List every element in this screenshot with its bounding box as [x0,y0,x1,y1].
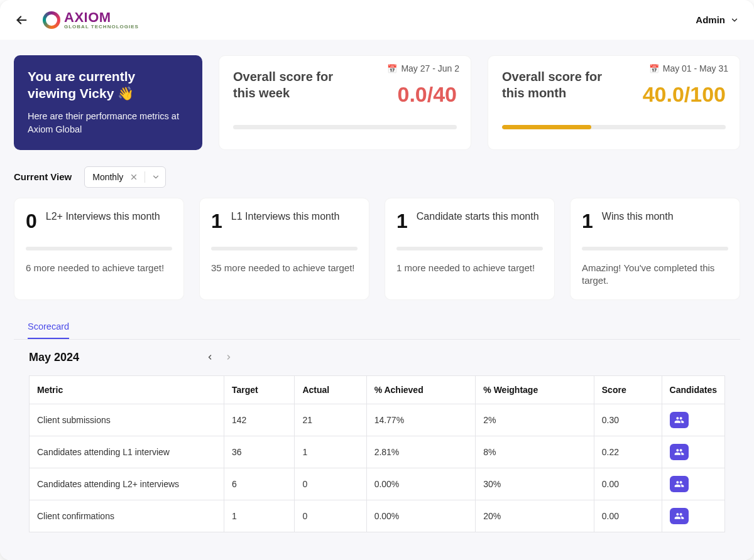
prev-month-button[interactable] [206,352,214,363]
user-label: Admin [696,14,725,25]
users-icon [674,415,684,425]
score-month-card: 📅 May 01 - May 31 Overall score for this… [488,55,740,150]
table-header-row: Metric Target Actual % Achieved % Weight… [30,376,725,404]
arrow-left-icon [14,13,28,27]
wave-icon: 👋 [117,85,134,102]
metric-card-l2: 0 L2+ Interviews this month 6 more neede… [14,198,184,301]
hero-subtitle: Here are their performance metrics at Ax… [28,110,188,136]
users-icon [674,511,684,521]
metric-card-wins: 1 Wins this month Amazing! You've comple… [570,198,740,301]
metric-label: Candidate starts this month [417,210,539,223]
month-label: May 2024 [29,351,79,364]
brand-name: AXIOM [64,11,139,24]
view-selector-row: Current View Monthly [14,166,740,188]
score-month-date: 📅 May 01 - May 31 [649,63,728,73]
col-achieved: % Achieved [366,376,476,404]
score-week-card: 📅 May 27 - Jun 2 Overall score for this … [219,55,471,150]
calendar-icon: 📅 [387,64,397,73]
metric-num: 1 [582,210,593,233]
metric-status: 1 more needed to achieve target! [396,262,543,274]
metric-status: 6 more needed to achieve target! [26,262,172,274]
hero-title: You are currently viewing Vicky 👋 [28,68,188,102]
clear-icon[interactable] [129,173,138,181]
col-weightage: % Weightage [476,376,594,404]
candidates-button[interactable] [670,508,689,524]
tabs: Scorecard [14,316,740,340]
chevron-down-icon [730,16,739,24]
score-month-value: 40.0/100 [643,82,726,107]
metric-status: 35 more needed to achieve target! [211,262,358,274]
metric-num: 1 [211,210,222,233]
candidates-button[interactable] [670,444,689,460]
metric-num: 0 [26,210,37,233]
metric-progress [396,247,543,250]
metrics-row: 0 L2+ Interviews this month 6 more neede… [14,198,740,301]
brand-subtitle: GLOBAL TECHNOLOGIES [64,24,139,30]
chevron-down-icon[interactable] [151,173,160,181]
col-score: Score [594,376,662,404]
col-metric: Metric [30,376,224,404]
col-target: Target [224,376,294,404]
metric-status: Amazing! You've completed this target. [582,262,728,288]
metric-card-candidate-starts: 1 Candidate starts this month 1 more nee… [385,198,555,301]
score-week-date: 📅 May 27 - Jun 2 [387,63,459,73]
table-row: Candidates attending L1 interview 36 1 2… [30,436,725,468]
chevron-right-icon [225,353,232,361]
table-row: Client submissions 142 21 14.77% 2% 0.30 [30,404,725,436]
score-week-value: 0.0/40 [397,82,457,107]
month-nav: May 2024 [29,351,725,364]
scorecard-section: May 2024 Metric Target Actual [14,340,740,532]
metric-label: Wins this month [602,210,674,223]
table-row: Client confirmations 1 0 0.00% 20% 0.00 [30,500,725,532]
col-candidates: Candidates [662,376,724,404]
logo-icon [43,11,60,29]
metric-label: L2+ Interviews this month [46,210,160,223]
user-menu[interactable]: Admin [696,14,739,25]
back-button[interactable] [10,9,33,31]
score-month-progress [502,125,726,129]
metric-progress [582,247,728,250]
view-label: Current View [14,171,72,182]
candidates-button[interactable] [670,412,689,428]
score-month-label: Overall score for this month [502,68,615,101]
scorecard-table: Metric Target Actual % Achieved % Weight… [29,375,725,532]
view-select-value: Monthly [92,172,123,182]
chevron-left-icon [206,353,214,361]
view-select[interactable]: Monthly [84,166,166,188]
metric-num: 1 [396,210,408,233]
topbar: AXIOM GLOBAL TECHNOLOGIES Admin [0,0,754,40]
metric-label: L1 Interviews this month [231,210,340,223]
metric-card-l1: 1 L1 Interviews this month 35 more neede… [199,198,369,301]
table-row: Candidates attending L2+ interviews 6 0 … [30,468,725,500]
score-week-label: Overall score for this week [233,68,346,101]
metric-progress [211,247,358,250]
next-month-button[interactable] [225,352,232,363]
metric-progress [26,247,172,250]
score-week-progress [233,125,457,129]
logo: AXIOM GLOBAL TECHNOLOGIES [43,11,139,30]
col-actual: Actual [295,376,366,404]
calendar-icon: 📅 [649,64,659,73]
hero-card: You are currently viewing Vicky 👋 Here a… [14,55,202,150]
users-icon [674,447,684,457]
candidates-button[interactable] [670,476,689,492]
users-icon [674,479,684,489]
tab-scorecard[interactable]: Scorecard [28,316,69,339]
content: You are currently viewing Vicky 👋 Here a… [0,40,754,560]
